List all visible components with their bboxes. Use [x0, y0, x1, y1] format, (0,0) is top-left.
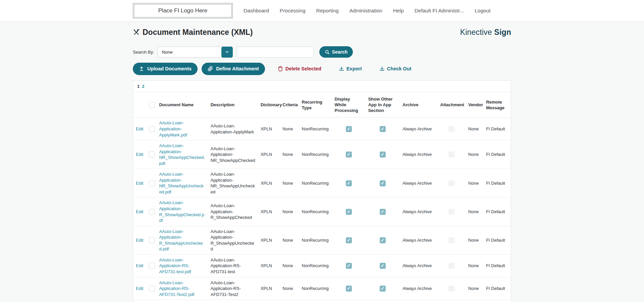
display-while-processing-checkbox[interactable]	[346, 237, 352, 243]
search-input[interactable]	[237, 47, 314, 58]
dictionary-cell: XPLN	[258, 254, 280, 277]
table-row: Edit AAuto-Loan-Application-R_ShowAppUnc…	[133, 226, 511, 254]
vendor-cell: None	[466, 140, 483, 169]
remote-message-cell: FI Default	[483, 118, 511, 140]
recurring-type-cell: NonRecurring	[299, 118, 332, 140]
remote-message-cell: FI Default	[483, 277, 511, 300]
col-remote-message: Remote Message	[483, 92, 511, 118]
dictionary-cell: XPLN	[258, 300, 280, 302]
document-name-link[interactable]: AAuto-Loan-Application-NR_ShowAppUncheck…	[159, 172, 203, 194]
col-archive: Archive	[400, 92, 437, 118]
recurring-type-cell: NonRecurring	[299, 169, 332, 197]
archive-cell: Always Archive	[400, 140, 437, 169]
nav-item-user-account[interactable]: Default FI Administr...	[415, 8, 464, 14]
edit-link[interactable]: Edit	[136, 286, 143, 291]
upload-documents-button[interactable]: Upload Documents	[133, 63, 198, 75]
attachment-checkbox	[448, 237, 454, 243]
criteria-cell: None	[280, 254, 299, 277]
document-name-link[interactable]: AAuto-Loan-Application-NR_ShowAppChecked…	[159, 143, 205, 166]
row-checkbox[interactable]	[149, 209, 155, 215]
tools-icon	[133, 29, 140, 36]
nav-item-processing[interactable]: Processing	[280, 8, 306, 14]
edit-link[interactable]: Edit	[136, 263, 143, 268]
brand-logo: Kinective Sign	[460, 28, 511, 37]
description-cell: AAuto-Loan-Application-ApplyMark	[208, 118, 258, 140]
table-row: Edit AAuto-Loan-Application-NR_ShowAppCh…	[133, 140, 511, 169]
attachment-checkbox	[448, 152, 454, 158]
show-other-app-checkbox[interactable]	[380, 286, 386, 292]
row-checkbox[interactable]	[149, 152, 155, 158]
recurring-type-cell: NonRecurring	[299, 254, 332, 277]
display-while-processing-checkbox[interactable]	[346, 180, 352, 186]
edit-link[interactable]: Edit	[136, 238, 143, 243]
remote-message-cell: FI Default	[483, 254, 511, 277]
col-vendor: Vendor	[466, 92, 483, 118]
export-button[interactable]: Export	[335, 66, 366, 71]
page-title: Document Maintenance (XML)	[133, 28, 253, 37]
remote-message-cell: FI Default	[483, 197, 511, 226]
edit-link[interactable]: Edit	[136, 181, 143, 186]
row-checkbox[interactable]	[149, 180, 155, 186]
display-while-processing-checkbox[interactable]	[346, 286, 352, 292]
download-icon	[339, 66, 344, 71]
top-nav-bar: Place FI Logo Here Dashboard Processing …	[0, 0, 644, 21]
document-name-link[interactable]: AAuto-Loan-Application-R_ShowAppChecked.…	[159, 200, 204, 223]
edit-link[interactable]: Edit	[136, 152, 143, 157]
remote-message-cell: FI Default	[483, 300, 511, 302]
edit-column-header	[133, 92, 146, 118]
row-checkbox[interactable]	[149, 263, 155, 269]
display-while-processing-checkbox[interactable]	[346, 263, 352, 269]
document-name-link[interactable]: AAuto-Loan-Application-RS-AFD731-test.pd…	[159, 257, 191, 274]
table-row: Edit AAuto-Loan-Application-NR_ShowAppUn…	[133, 169, 511, 197]
page-title-text: Document Maintenance (XML)	[143, 28, 253, 37]
row-checkbox[interactable]	[149, 286, 155, 292]
display-while-processing-checkbox[interactable]	[346, 209, 352, 215]
fi-logo-text: Place FI Logo Here	[158, 7, 207, 14]
display-while-processing-checkbox[interactable]	[346, 126, 352, 132]
document-name-link[interactable]: AAuto-Loan-Application-RS-AFD731-Test2.p…	[159, 280, 194, 297]
edit-link[interactable]: Edit	[136, 126, 143, 131]
row-checkbox[interactable]	[149, 237, 155, 243]
document-table-body: Edit AAuto-Loan-Application-ApplyMark.pd…	[133, 118, 511, 302]
page-number-current[interactable]: 1	[137, 84, 140, 89]
chevron-down-icon[interactable]	[221, 47, 233, 58]
criteria-cell: None	[280, 300, 299, 302]
criteria-cell: None	[280, 140, 299, 169]
show-other-app-checkbox[interactable]	[380, 263, 386, 269]
display-while-processing-checkbox[interactable]	[346, 152, 352, 158]
row-checkbox[interactable]	[149, 126, 155, 132]
criteria-cell: None	[280, 226, 299, 254]
description-cell: AAuto-Loan-Application-R_ShowAppUnchecke…	[208, 226, 258, 254]
table-row: Edit AAuto-Loan-Application-RS-AFD731-Te…	[133, 277, 511, 300]
document-name-link[interactable]: AAuto-Loan-Application-ApplyMark.pdf	[159, 120, 187, 137]
show-other-app-checkbox[interactable]	[380, 126, 386, 132]
dictionary-cell: XPLN	[258, 226, 280, 254]
nav-item-reporting[interactable]: Reporting	[316, 8, 339, 14]
search-by-select[interactable]: None	[158, 47, 233, 58]
remote-message-cell: FI Default	[483, 140, 511, 169]
table-row: Edit AAuto-Loan-Application-ApplyMark.pd…	[133, 118, 511, 140]
define-attachment-label: Define Attachment	[216, 66, 259, 71]
search-button[interactable]: Search	[319, 46, 353, 58]
col-description: Description	[208, 92, 258, 118]
dictionary-cell: XPLN	[258, 169, 280, 197]
check-out-button[interactable]: Check Out	[375, 66, 416, 71]
nav-item-logout[interactable]: Logout	[475, 8, 490, 14]
show-other-app-checkbox[interactable]	[380, 152, 386, 158]
edit-link[interactable]: Edit	[136, 209, 143, 214]
nav-item-help[interactable]: Help	[393, 8, 404, 14]
remote-message-cell: FI Default	[483, 226, 511, 254]
description-cell: AAuto-Loan-Application-RS-AFD731	[208, 300, 258, 302]
show-other-app-checkbox[interactable]	[380, 237, 386, 243]
select-all-checkbox[interactable]	[149, 102, 155, 108]
page-number-link[interactable]: 2	[142, 84, 144, 89]
define-attachment-button[interactable]: Define Attachment	[202, 63, 265, 75]
archive-cell: Always Archive	[400, 300, 437, 302]
show-other-app-checkbox[interactable]	[380, 180, 386, 186]
nav-item-dashboard[interactable]: Dashboard	[244, 8, 269, 14]
document-name-link[interactable]: AAuto-Loan-Application-R_ShowAppUnchecke…	[159, 229, 203, 252]
dictionary-cell: XPLN	[258, 277, 280, 300]
show-other-app-checkbox[interactable]	[380, 209, 386, 215]
delete-selected-button[interactable]: Delete Selected	[274, 66, 325, 71]
nav-item-administration[interactable]: Administration	[350, 8, 382, 14]
